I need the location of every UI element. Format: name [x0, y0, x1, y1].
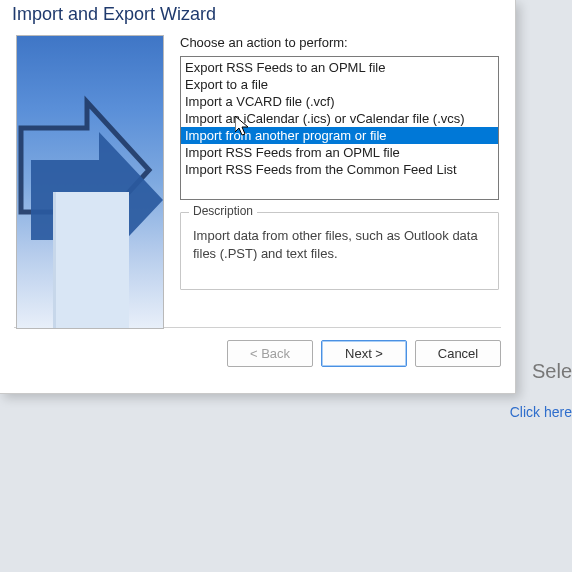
svg-rect-1: [53, 192, 56, 328]
option-import-icalendar[interactable]: Import an iCalendar (.ics) or vCalendar …: [181, 110, 498, 127]
dialog-title: Import and Export Wizard: [0, 0, 515, 25]
option-export-rss-opml[interactable]: Export RSS Feeds to an OPML file: [181, 59, 498, 76]
import-export-wizard-dialog: Import and Export Wizard Choose an actio…: [0, 0, 516, 394]
arrow-illustration-icon: [17, 36, 163, 328]
description-heading: Description: [189, 204, 257, 218]
wizard-illustration: [16, 35, 164, 329]
description-groupbox: Description Import data from other files…: [180, 212, 499, 290]
option-import-vcard[interactable]: Import a VCARD file (.vcf): [181, 93, 498, 110]
background-heading-fragment: Sele: [532, 360, 572, 383]
svg-rect-0: [53, 192, 129, 328]
next-button[interactable]: Next >: [321, 340, 407, 367]
option-export-to-file[interactable]: Export to a file: [181, 76, 498, 93]
cancel-button[interactable]: Cancel: [415, 340, 501, 367]
option-import-rss-common[interactable]: Import RSS Feeds from the Common Feed Li…: [181, 161, 498, 178]
description-text: Import data from other files, such as Ou…: [193, 227, 486, 262]
background-link-fragment[interactable]: Click here: [510, 404, 572, 420]
action-prompt-label: Choose an action to perform:: [180, 35, 499, 50]
action-listbox[interactable]: Export RSS Feeds to an OPML file Export …: [180, 56, 499, 200]
back-button[interactable]: < Back: [227, 340, 313, 367]
option-import-from-program-or-file[interactable]: Import from another program or file: [181, 127, 498, 144]
dialog-button-row: < Back Next > Cancel: [0, 328, 515, 367]
option-import-rss-opml[interactable]: Import RSS Feeds from an OPML file: [181, 144, 498, 161]
